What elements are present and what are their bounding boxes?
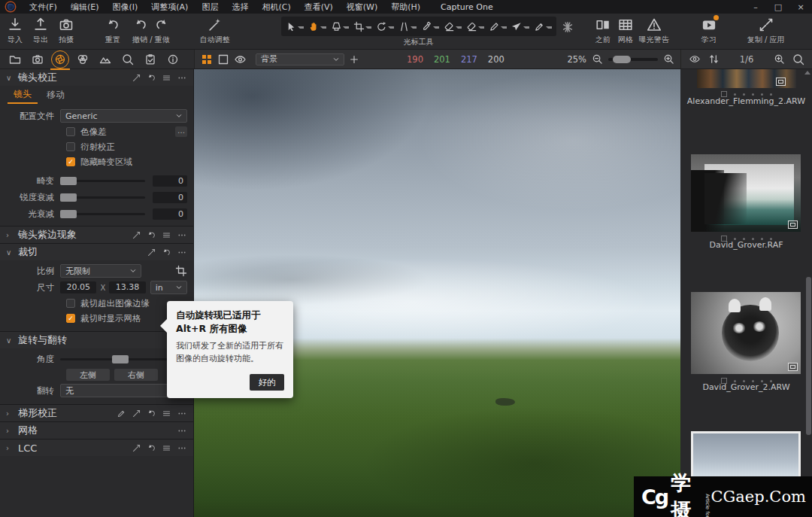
- grid-button[interactable]: 网格: [618, 14, 633, 45]
- section-lcc[interactable]: › LCC: [0, 439, 193, 456]
- heal-brush-tool[interactable]: [532, 19, 553, 35]
- multi-view-icon[interactable]: [201, 53, 213, 65]
- single-view-icon[interactable]: [217, 53, 229, 65]
- chromatic-aberration-checkbox[interactable]: [66, 127, 75, 136]
- close-button[interactable]: ×: [789, 0, 812, 14]
- auto-adjust-button[interactable]: 自动调整: [200, 14, 230, 45]
- menu-image[interactable]: 图像(I): [105, 0, 144, 14]
- export-button[interactable]: 导出: [33, 14, 48, 45]
- unit-dropdown[interactable]: in: [150, 281, 187, 294]
- tab-lens[interactable]: [53, 52, 68, 67]
- loupe-tool[interactable]: [329, 19, 350, 35]
- distortion-slider[interactable]: [60, 180, 145, 182]
- ratio-dropdown[interactable]: 无限制: [60, 264, 141, 278]
- diffraction-correction-checkbox[interactable]: [66, 142, 75, 151]
- maximize-button[interactable]: □: [767, 0, 789, 14]
- browser-zoom-icon[interactable]: [774, 53, 785, 65]
- rotate-tool[interactable]: [374, 19, 395, 35]
- sharpness-falloff-value[interactable]: 0: [153, 192, 187, 203]
- copy-adjustments-icon[interactable]: [132, 443, 141, 453]
- distortion-value[interactable]: 0: [153, 175, 187, 187]
- undo-icon[interactable]: [133, 17, 148, 32]
- thumbnail-david-grover[interactable]: [691, 154, 801, 232]
- section-lens-correction[interactable]: ∨ 镜头校正: [0, 69, 193, 86]
- crop-tool[interactable]: [352, 19, 373, 35]
- proof-view-icon[interactable]: [234, 53, 247, 65]
- tab-adjustments[interactable]: [143, 52, 158, 67]
- thumbnail-david-grover-2[interactable]: [691, 292, 801, 374]
- layer-dropdown[interactable]: 背景: [256, 53, 344, 65]
- rotate-right-button[interactable]: 右侧: [114, 369, 158, 381]
- menu-help[interactable]: 帮助(H): [384, 0, 427, 14]
- keystone-edit-icon[interactable]: [117, 409, 126, 418]
- menu-adjustments[interactable]: 调整项(A): [144, 0, 195, 14]
- menu-camera[interactable]: 相机(C): [255, 0, 297, 14]
- select-cursor-tool[interactable]: [284, 19, 305, 35]
- crop-show-grid-checkbox[interactable]: ✓: [66, 314, 75, 323]
- light-falloff-value[interactable]: 0: [153, 208, 187, 220]
- reset-tool-icon[interactable]: [147, 230, 156, 240]
- main-image-viewer[interactable]: [194, 69, 680, 517]
- copy-adjustments-icon[interactable]: [132, 409, 141, 418]
- tab-lens-sub[interactable]: 镜头: [8, 87, 38, 104]
- tab-library[interactable]: [8, 52, 23, 67]
- zoom-slider-handle[interactable]: [613, 56, 631, 63]
- copy-apply-button[interactable]: 复制 / 应用: [747, 14, 785, 45]
- copy-adjustments-icon[interactable]: [147, 248, 156, 257]
- exposure-warning-button[interactable]: 曝光警告: [639, 14, 669, 45]
- tab-movement[interactable]: 移动: [41, 87, 71, 103]
- undo-redo-button[interactable]: 撤销 / 重做: [132, 14, 170, 45]
- zoom-out-icon[interactable]: [592, 53, 603, 65]
- crop-beyond-edge-checkbox[interactable]: [66, 299, 75, 308]
- search-icon[interactable]: [792, 53, 804, 65]
- copy-adjustments-icon[interactable]: [132, 230, 141, 240]
- section-purple-fringing[interactable]: › 镜头紫边现象: [0, 226, 193, 243]
- angle-slider-handle[interactable]: [112, 355, 129, 363]
- more-icon[interactable]: [177, 73, 187, 83]
- capture-button[interactable]: 拍摄: [59, 14, 74, 45]
- more-icon[interactable]: [177, 443, 187, 453]
- browser-eye-icon[interactable]: [689, 53, 701, 65]
- magic-brush-tool[interactable]: [561, 14, 574, 34]
- rotate-left-button[interactable]: 左侧: [66, 369, 110, 381]
- keystone-tool[interactable]: [397, 19, 418, 35]
- light-falloff-slider-handle[interactable]: [60, 210, 77, 218]
- zoom-slider[interactable]: [608, 58, 658, 61]
- gradient-mask-tool[interactable]: [510, 19, 531, 35]
- reset-button[interactable]: 重置: [105, 14, 120, 45]
- more-icon[interactable]: [177, 248, 187, 257]
- menu-edit[interactable]: 编辑(E): [64, 0, 106, 14]
- more-icon[interactable]: [177, 409, 187, 418]
- sort-icon[interactable]: [708, 53, 720, 65]
- sharpness-falloff-slider-handle[interactable]: [60, 193, 77, 202]
- thumbnail-alexander-flemming[interactable]: [697, 69, 796, 88]
- crop-width-field[interactable]: 20.05: [60, 281, 96, 293]
- zoom-in-icon[interactable]: [663, 53, 674, 65]
- learn-button[interactable]: 学习: [701, 14, 717, 45]
- distortion-slider-handle[interactable]: [60, 177, 77, 185]
- white-balance-picker-tool[interactable]: [420, 19, 441, 35]
- eraser-tool[interactable]: [465, 19, 486, 35]
- menu-view[interactable]: 查看(V): [298, 0, 340, 14]
- section-crop[interactable]: ∨ 裁切: [0, 243, 193, 260]
- chromatic-aberration-more-button[interactable]: …: [175, 126, 187, 137]
- crop-height-field[interactable]: 13.38: [109, 281, 145, 293]
- sharpness-falloff-slider[interactable]: [60, 196, 145, 199]
- more-icon[interactable]: [177, 230, 187, 240]
- reset-tool-icon[interactable]: [147, 443, 156, 453]
- reset-tool-icon[interactable]: [162, 248, 171, 257]
- spot-removal-tool[interactable]: [442, 19, 463, 35]
- scroll-up-arrow-icon[interactable]: [804, 71, 810, 75]
- tab-metadata[interactable]: [165, 52, 180, 67]
- browser-scrollbar[interactable]: [806, 277, 811, 435]
- redo-icon[interactable]: [154, 17, 169, 32]
- presets-icon[interactable]: [162, 409, 171, 418]
- hide-distorted-areas-checkbox[interactable]: ✓: [66, 157, 75, 166]
- presets-icon[interactable]: [162, 230, 171, 240]
- draw-mask-tool[interactable]: [487, 19, 508, 35]
- section-keystone[interactable]: › 梯形校正: [0, 404, 193, 421]
- menu-layer[interactable]: 图层: [195, 0, 225, 14]
- minimize-button[interactable]: –: [744, 0, 767, 14]
- crop-tool-icon[interactable]: [175, 265, 187, 277]
- menu-select[interactable]: 选择: [225, 0, 255, 14]
